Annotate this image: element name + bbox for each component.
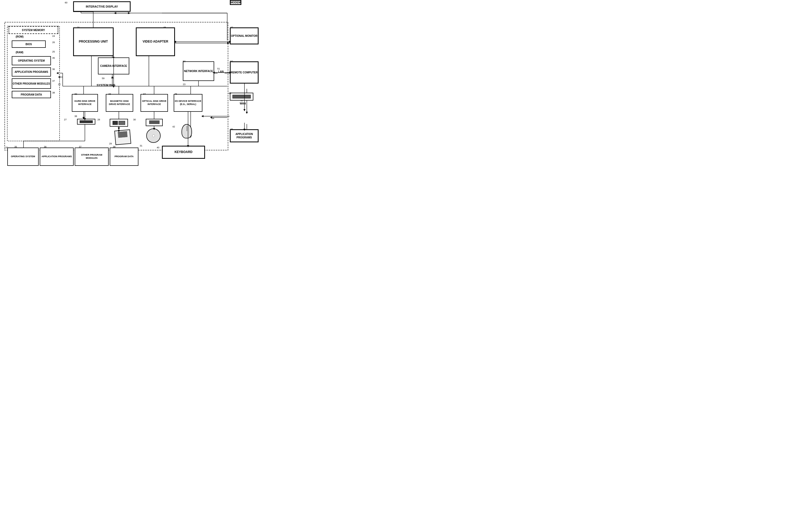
ref-51: 51 — [217, 68, 220, 70]
ref-29: 29 — [109, 142, 112, 145]
operating-system-box: OPERATING SYSTEM — [12, 56, 51, 65]
os-bottom-box: OPERATING SYSTEM — [7, 148, 39, 166]
ref-38c: 38 — [113, 145, 115, 148]
system-memory-box: SYSTEM MEMORY — [9, 26, 58, 34]
io-device-interface-box: I/O DEVICE INTERFACE (E.G., SERIAL) — [174, 94, 202, 112]
ref-25: 25 — [52, 50, 55, 53]
ref-38b: 38 — [74, 115, 77, 118]
remote-device — [230, 93, 253, 101]
svg-marker-8 — [114, 12, 116, 14]
application-programs-right-box: APPLICATION PROGRAMS — [230, 129, 259, 142]
ref-54: 54 — [212, 117, 214, 120]
svg-marker-80 — [58, 76, 60, 78]
ref-49: 49 — [229, 92, 231, 94]
ref-20: 20 — [5, 146, 8, 149]
lan-label: LAN — [218, 70, 224, 73]
optical-disk-interface-box: OPTICAL DISK DRIVE INTERFACE — [141, 94, 168, 112]
ref-48: 48 — [163, 26, 166, 29]
ref-38a: 38 — [52, 91, 55, 94]
ref-24: 24 — [52, 35, 55, 37]
system-memory-label: SYSTEM MEMORY — [22, 29, 45, 32]
magnetic-disk-interface-box: MAGNETIC DISK DRIVE INTERFACE — [106, 94, 133, 112]
system-bus-label: SYSTEM BUS — [97, 84, 115, 87]
ref-23: 23 — [183, 83, 186, 86]
floppy-disk-device — [114, 129, 131, 145]
rom-label: (ROM) — [16, 35, 24, 38]
ref-53: 53 — [183, 60, 186, 63]
ref-60: 60 — [65, 1, 68, 4]
optical-disc — [146, 129, 161, 143]
modem-box: MODEM — [230, 0, 241, 5]
ref-36a: 36 — [52, 68, 55, 71]
mouse-device — [182, 124, 192, 138]
svg-marker-41 — [246, 112, 248, 114]
svg-marker-26 — [56, 72, 58, 74]
optional-monitor-box: OPTIONAL MONITOR — [230, 27, 259, 44]
svg-marker-76 — [201, 115, 203, 117]
svg-marker-6 — [128, 12, 131, 14]
svg-marker-32 — [111, 76, 113, 78]
svg-marker-34 — [227, 42, 230, 44]
ref-36b: 36 — [230, 128, 233, 131]
ref-32: 32 — [74, 93, 77, 95]
ref-28: 28 — [98, 118, 100, 121]
ref-50: 50 — [230, 60, 233, 63]
ref-35a: 35 — [52, 57, 55, 59]
ref-34: 34 — [143, 93, 146, 95]
other-program-modules-box: OTHER PROGRAM MODULES — [12, 78, 51, 89]
optical-drive-device — [146, 119, 163, 126]
video-adapter-box: VIDEO ADAPTER — [136, 27, 175, 56]
svg-marker-74 — [243, 109, 246, 111]
keyboard-box: KEYBOARD — [162, 146, 205, 159]
svg-marker-47 — [118, 128, 120, 130]
ref-47: 47 — [230, 26, 233, 29]
ram-label: (RAM) — [16, 51, 23, 54]
application-programs-box: APPLICATION PROGRAMS — [12, 68, 51, 76]
ref-21: 21 — [77, 26, 79, 29]
ref-42: 42 — [172, 125, 175, 128]
ref-37b: 37 — [79, 145, 82, 148]
ref-27: 27 — [64, 118, 67, 121]
ref-40: 40 — [157, 146, 159, 149]
ref-37a: 37 — [52, 80, 55, 82]
processing-unit-box: PROCESSING UNIT — [73, 27, 114, 56]
magnetic-drive-device — [110, 119, 128, 127]
other-modules-bottom-box: OTHER PROGRAM MODULES — [75, 148, 108, 166]
hard-drive-device — [77, 119, 95, 124]
ref-22: 22 — [58, 83, 61, 86]
diagram: INTERACTIVE DISPLAY 60 SYSTEM MEMORY (RO… — [0, 0, 261, 170]
wan-label: WAN — [239, 102, 247, 105]
ref-33: 33 — [108, 93, 111, 95]
program-data-bottom-box: PROGRAM DATA — [110, 148, 139, 166]
ref-59: 59 — [102, 77, 104, 80]
ref-26: 26 — [52, 41, 55, 44]
app-bottom-box: APPLICATION PROGRAMS — [40, 148, 74, 166]
ref-35b: 35 — [14, 145, 17, 148]
hard-disk-interface-box: HARD DISK DRIVE INTERFACE — [72, 94, 98, 112]
program-data-box: PROGRAM DATA — [12, 91, 51, 98]
interactive-display-box: INTERACTIVE DISPLAY — [73, 1, 131, 12]
ref-31: 31 — [140, 144, 142, 147]
ref-30: 30 — [133, 118, 136, 121]
camera-interface-box: CAMERA INTERFACE — [98, 57, 129, 74]
bios-box: BIOS — [12, 41, 46, 48]
interactive-display-label: INTERACTIVE DISPLAY — [86, 5, 118, 8]
ref-46: 46 — [174, 93, 177, 95]
network-interface-box: NETWORK INTERFACE — [183, 61, 214, 81]
remote-computer-box: REMOTE COMPUTER — [230, 61, 259, 84]
ref-36c: 36 — [44, 145, 46, 148]
